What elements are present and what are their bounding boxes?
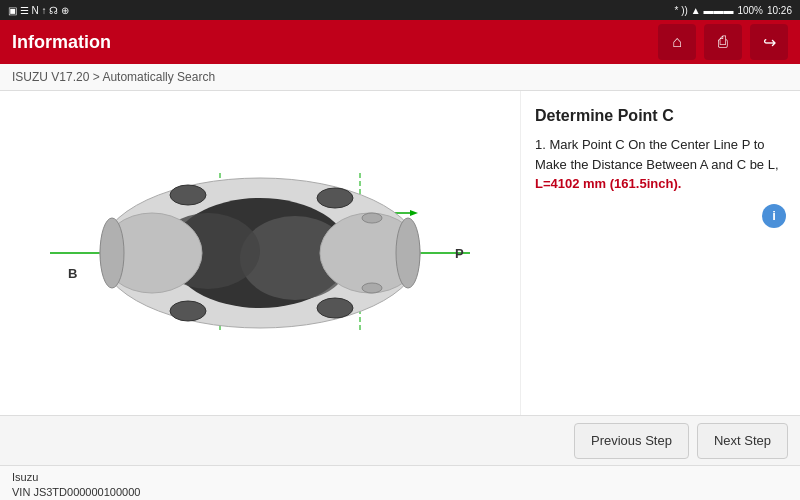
breadcrumb-part1: ISUZU V17.20 [12, 70, 89, 84]
svg-point-25 [317, 188, 353, 208]
svg-point-28 [170, 301, 206, 321]
header-title: Information [12, 32, 111, 53]
share-icon: ↪ [763, 33, 776, 52]
previous-step-button[interactable]: Previous Step [574, 423, 689, 459]
svg-text:B: B [68, 266, 77, 281]
info-icon: i [762, 204, 786, 228]
header-icons: ⌂ ⎙ ↪ [658, 24, 788, 60]
instructions-panel: Determine Point C 1. Mark Point C On the… [520, 91, 800, 415]
svg-text:P: P [455, 246, 464, 261]
header: Information ⌂ ⎙ ↪ [0, 20, 800, 64]
diagram-panel: L P A B C [0, 91, 520, 415]
share-button[interactable]: ↪ [750, 24, 788, 60]
connectivity-icons: * )) ▲ ▬▬▬ [675, 5, 734, 16]
status-bar: ▣ ☰ N ↑ ☊ ⊕ * )) ▲ ▬▬▬ 100% 10:26 [0, 0, 800, 20]
status-bar-right: * )) ▲ ▬▬▬ 100% 10:26 [675, 5, 792, 16]
home-button[interactable]: ⌂ [658, 24, 696, 60]
print-button[interactable]: ⎙ [704, 24, 742, 60]
instructions-text: 1. Mark Point C On the Center Line P to … [535, 135, 786, 194]
vehicle-make: Isuzu [12, 470, 788, 485]
next-step-button[interactable]: Next Step [697, 423, 788, 459]
svg-point-24 [100, 218, 124, 288]
svg-point-22 [396, 218, 420, 288]
main-content: L P A B C [0, 91, 800, 415]
home-icon: ⌂ [672, 33, 682, 51]
time: 10:26 [767, 5, 792, 16]
breadcrumb: ISUZU V17.20 > Automatically Search [0, 64, 800, 91]
svg-point-29 [362, 213, 382, 223]
app-icons: ▣ ☰ N ↑ ☊ ⊕ [8, 5, 69, 16]
breadcrumb-separator: > [93, 70, 103, 84]
vehicle-info: Isuzu VIN JS3TD000000100000 [0, 465, 800, 500]
footer-actions: Previous Step Next Step [0, 415, 800, 465]
vehicle-vin: VIN JS3TD000000100000 [12, 485, 788, 500]
svg-point-30 [362, 283, 382, 293]
instructions-title: Determine Point C [535, 107, 786, 125]
status-bar-left: ▣ ☰ N ↑ ☊ ⊕ [8, 5, 69, 16]
highlight-text: L=4102 mm (161.5inch). [535, 176, 681, 191]
svg-point-27 [170, 185, 206, 205]
car-diagram: L P A B C [40, 113, 480, 393]
breadcrumb-part2: Automatically Search [102, 70, 215, 84]
battery: 100% [737, 5, 763, 16]
svg-point-26 [317, 298, 353, 318]
svg-marker-5 [410, 210, 418, 216]
print-icon: ⎙ [718, 33, 728, 51]
step-text: 1. Mark Point C On the Center Line P to … [535, 137, 779, 172]
diagram-svg: L P A B C [40, 113, 480, 393]
